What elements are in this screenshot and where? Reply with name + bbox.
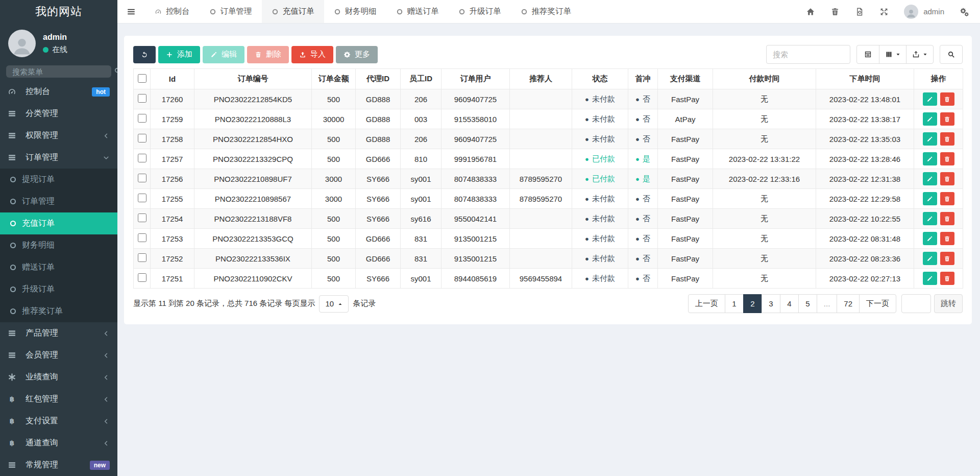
sidebar-subitem-upgrade-orders[interactable]: 升级订单	[0, 278, 117, 300]
row-delete-button[interactable]	[940, 232, 954, 245]
home-button[interactable]	[806, 7, 815, 16]
cell-channel: AtPay	[658, 109, 713, 129]
toggle-view-button[interactable]	[856, 45, 879, 64]
table-search-input[interactable]	[766, 45, 850, 64]
sidebar-subitem-recharge-orders[interactable]: 充值订单	[0, 212, 117, 234]
tab-referral-orders[interactable]: 推荐奖订单	[511, 0, 581, 23]
row-delete-button[interactable]	[940, 132, 954, 146]
row-checkbox[interactable]	[138, 233, 146, 242]
row-checkbox[interactable]	[138, 154, 146, 162]
columns-button[interactable]	[879, 45, 906, 64]
search-button[interactable]	[940, 45, 963, 64]
tab-finance-detail[interactable]: 财务明细	[324, 0, 386, 23]
sidebar-item-permission[interactable]: 权限管理	[0, 125, 117, 147]
sidebar-item-performance[interactable]: 业绩查询	[0, 366, 117, 388]
content-area: 添加编辑删除导入更多	[117, 23, 980, 476]
user-status: 在线	[43, 45, 67, 55]
trash-icon	[944, 136, 950, 142]
row-checkbox[interactable]	[138, 94, 146, 103]
row-edit-button[interactable]	[923, 112, 937, 126]
row-checkbox[interactable]	[138, 213, 146, 222]
nav-tabs: 控制台订单管理充值订单财务明细赠送订单升级订单推荐奖订单	[145, 0, 581, 23]
row-delete-button[interactable]	[940, 192, 954, 205]
row-edit-button[interactable]	[923, 272, 937, 285]
page-button-4[interactable]: 4	[780, 294, 799, 313]
chevron-left-icon	[103, 418, 110, 425]
page-button-3[interactable]: 3	[762, 294, 780, 313]
jump-button[interactable]: 跳转	[934, 294, 963, 313]
sidebar-item-product[interactable]: 产品管理	[0, 322, 117, 344]
sidebar-item-channel-query[interactable]: ฿通道查询	[0, 432, 117, 454]
row-edit-button[interactable]	[923, 212, 937, 225]
row-edit-button[interactable]	[923, 172, 937, 185]
sidebar-item-dashboard[interactable]: 控制台hot	[0, 81, 117, 103]
row-delete-button[interactable]	[940, 152, 954, 165]
clear-cache-button[interactable]	[855, 7, 864, 16]
edit-button[interactable]: 编辑	[203, 46, 244, 63]
tab-upgrade-orders[interactable]: 升级订单	[449, 0, 511, 23]
row-edit-button[interactable]	[923, 252, 937, 265]
jump-page-input[interactable]	[901, 294, 931, 313]
tab-recharge-orders[interactable]: 充值订单	[262, 0, 324, 23]
row-edit-button[interactable]	[923, 192, 937, 205]
page-button-2[interactable]: 2	[743, 294, 762, 313]
sidebar-subitem-referral-orders[interactable]: 推荐奖订单	[0, 300, 117, 322]
circle-icon	[521, 8, 528, 15]
table-row: 17252PNO230222133536IX500GD6668319135001…	[134, 249, 963, 269]
page-button-72[interactable]: 72	[837, 294, 860, 313]
row-delete-button[interactable]	[940, 272, 954, 285]
sidebar-toggle-button[interactable]	[117, 7, 145, 16]
sidebar-subitem-gift-orders[interactable]: 赠送订单	[0, 256, 117, 278]
row-checkbox[interactable]	[138, 273, 146, 282]
select-all-checkbox[interactable]	[138, 74, 146, 83]
row-checkbox[interactable]	[138, 114, 146, 123]
button-label: 添加	[177, 50, 192, 59]
tab-dashboard[interactable]: 控制台	[145, 0, 200, 23]
row-delete-button[interactable]	[940, 172, 954, 185]
sidebar-item-redpacket[interactable]: ฿红包管理	[0, 388, 117, 410]
user-menu[interactable]: admin	[904, 5, 944, 19]
sidebar-subitem-order-manage[interactable]: 订单管理	[0, 191, 117, 212]
fullscreen-button[interactable]	[879, 7, 889, 16]
sidebar-item-category[interactable]: 分类管理	[0, 103, 117, 125]
clear-trash-button[interactable]	[830, 7, 840, 16]
page-button-1[interactable]: 1	[725, 294, 744, 313]
row-checkbox[interactable]	[138, 134, 146, 142]
import-button[interactable]: 导入	[291, 46, 333, 63]
sidebar-item-general[interactable]: 常规管理new	[0, 454, 117, 476]
page-size-dropdown[interactable]: 10	[319, 295, 349, 313]
row-checkbox[interactable]	[138, 194, 146, 202]
cell-order_user: 9991956781	[442, 149, 510, 169]
settings-button[interactable]	[960, 7, 969, 16]
sidebar-item-payment-settings[interactable]: ฿支付设置	[0, 410, 117, 432]
more-button[interactable]: 更多	[336, 46, 378, 63]
row-edit-button[interactable]	[923, 132, 937, 146]
row-edit-button[interactable]	[923, 152, 937, 165]
search-icon[interactable]	[114, 67, 117, 77]
tab-order-manage[interactable]: 订单管理	[200, 0, 262, 23]
sidebar-subitem-finance-detail[interactable]: 财务明细	[0, 234, 117, 256]
row-edit-button[interactable]	[923, 92, 937, 106]
row-checkbox[interactable]	[138, 253, 146, 262]
delete-button[interactable]: 删除	[247, 46, 289, 63]
row-delete-button[interactable]	[940, 112, 954, 126]
next-page-button[interactable]: 下一页	[859, 294, 896, 313]
page-button-5[interactable]: 5	[798, 294, 817, 313]
sidebar-item-orders[interactable]: 订单管理	[0, 147, 117, 169]
add-button[interactable]: 添加	[158, 46, 200, 63]
row-delete-button[interactable]	[940, 252, 954, 265]
export-button[interactable]	[906, 45, 934, 64]
row-edit-button[interactable]	[923, 232, 937, 245]
sidebar-item-member[interactable]: 会员管理	[0, 344, 117, 366]
cell-staff_id: sy616	[401, 209, 442, 229]
sidebar-subitem-withdraw-orders[interactable]: 提现订单	[0, 169, 117, 191]
row-delete-button[interactable]	[940, 212, 954, 225]
cell-order_no: PNO230222120888L3	[194, 109, 312, 129]
cell-referrer: 9569455894	[510, 269, 572, 289]
refresh-button[interactable]	[133, 46, 156, 63]
tab-gift-orders[interactable]: 赠送订单	[386, 0, 449, 23]
prev-page-button[interactable]: 上一页	[688, 294, 725, 313]
sidebar-search-input[interactable]	[12, 67, 114, 76]
row-checkbox[interactable]	[138, 174, 146, 182]
row-delete-button[interactable]	[940, 92, 954, 106]
